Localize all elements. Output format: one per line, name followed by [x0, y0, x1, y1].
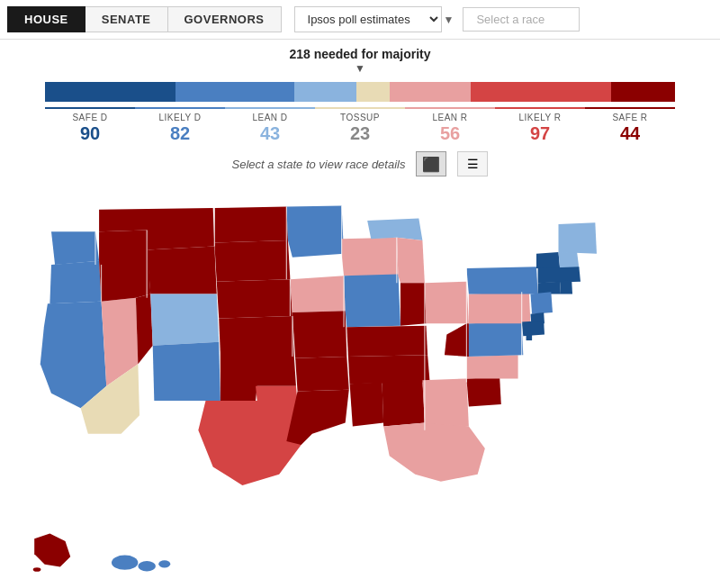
hi-1[interactable]	[112, 556, 138, 570]
ut-state[interactable]	[136, 294, 153, 365]
hi-2[interactable]	[138, 561, 156, 571]
or-state[interactable]	[50, 261, 101, 303]
category-count: 82	[135, 123, 225, 144]
sd-state[interactable]	[214, 240, 290, 282]
category-label: SAFE R	[585, 113, 675, 122]
ma-state[interactable]	[538, 267, 580, 283]
color-bar-segment	[356, 82, 390, 102]
wy-state[interactable]	[147, 247, 217, 294]
nm-state[interactable]	[153, 342, 220, 401]
category-count: 90	[45, 123, 135, 144]
tx-state[interactable]	[198, 386, 301, 485]
category-item-safe_d: SAFE D90	[45, 107, 135, 144]
majority-label: 218 needed for majority	[0, 47, 720, 61]
category-item-lean_d: LEAN D43	[225, 107, 315, 144]
nj-state[interactable]	[530, 292, 553, 314]
al-state[interactable]	[382, 380, 425, 426]
majority-arrow: ▼	[0, 62, 720, 75]
wa-state[interactable]	[51, 231, 99, 265]
tab-senate[interactable]: SENATE	[86, 6, 168, 32]
category-label: LEAN R	[405, 113, 495, 122]
mi-lower[interactable]	[397, 238, 425, 284]
color-bar-segment	[471, 82, 611, 102]
ky-state[interactable]	[346, 326, 428, 357]
ks-state[interactable]	[219, 316, 293, 353]
category-item-likely_r: LIKELY R97	[495, 107, 585, 144]
ak-aleutian[interactable]	[33, 567, 41, 572]
ia-state[interactable]	[290, 276, 345, 312]
sc-state[interactable]	[466, 377, 500, 407]
category-count: 56	[405, 123, 495, 144]
category-item-tossup: TOSSUP23	[315, 107, 405, 144]
list-view-button[interactable]: ☰	[457, 151, 488, 176]
fl-state[interactable]	[383, 423, 485, 482]
color-bar	[45, 82, 675, 102]
ga-state[interactable]	[422, 379, 468, 430]
ca-state[interactable]	[40, 302, 107, 408]
mi-upper[interactable]	[367, 218, 422, 240]
category-count: 43	[225, 123, 315, 144]
category-count: 97	[495, 123, 585, 144]
dc[interactable]	[526, 335, 533, 341]
vt-state[interactable]	[536, 252, 560, 268]
nh-state[interactable]	[559, 250, 580, 268]
us-map[interactable]	[0, 180, 720, 588]
category-label: SAFE D	[45, 113, 135, 122]
mo-state[interactable]	[292, 311, 346, 357]
map-view-button[interactable]: ⬛	[416, 151, 446, 176]
poll-select[interactable]: Ipsos poll estimates Cook Political Repo…	[294, 6, 442, 32]
map-controls: Select a state to view race details ⬛ ☰	[0, 151, 720, 176]
co-state[interactable]	[150, 294, 219, 346]
nc-state[interactable]	[466, 355, 518, 378]
ar-state[interactable]	[295, 357, 349, 391]
category-row: SAFE D90LIKELY D82LEAN D43TOSSUP23LEAN R…	[45, 107, 675, 144]
color-bar-segment	[294, 82, 356, 102]
majority-section: 218 needed for majority ▼	[0, 40, 720, 78]
color-bar-segment	[390, 82, 471, 102]
category-item-lean_r: LEAN R56	[405, 107, 495, 144]
ms-state[interactable]	[350, 383, 384, 427]
ak-state[interactable]	[34, 533, 70, 566]
category-label: LIKELY R	[495, 113, 585, 122]
category-count: 23	[315, 123, 405, 144]
ne-state[interactable]	[217, 279, 292, 318]
map-hint: Select a state to view race details	[232, 158, 406, 171]
category-item-likely_d: LIKELY D82	[135, 107, 225, 144]
list-icon: ☰	[467, 157, 479, 171]
va-state[interactable]	[466, 322, 523, 357]
tab-governors[interactable]: GOVERNORS	[168, 6, 282, 32]
mn-state[interactable]	[286, 206, 344, 258]
race-select-button[interactable]: Select a race	[463, 7, 580, 32]
color-bar-segment	[45, 82, 176, 102]
header: HOUSE SENATE GOVERNORS Ipsos poll estima…	[0, 0, 720, 40]
in-state[interactable]	[400, 283, 427, 325]
tn-state[interactable]	[348, 355, 430, 384]
id-state[interactable]	[99, 231, 150, 302]
category-label: TOSSUP	[315, 113, 405, 122]
nd-state[interactable]	[214, 206, 288, 242]
category-label: LEAN D	[225, 113, 315, 122]
hi-3[interactable]	[158, 560, 170, 567]
color-bar-segment	[176, 82, 294, 102]
ny-state[interactable]	[466, 267, 537, 294]
me-state[interactable]	[559, 222, 597, 253]
category-count: 44	[585, 123, 675, 144]
map-container	[0, 180, 720, 588]
map-icon: ⬛	[422, 156, 440, 173]
wv-state[interactable]	[445, 323, 469, 357]
color-bar-segment	[611, 82, 675, 102]
tab-house[interactable]: HOUSE	[7, 6, 86, 32]
wi-state[interactable]	[342, 238, 399, 276]
ri-state[interactable]	[560, 280, 572, 294]
il-state[interactable]	[344, 275, 400, 328]
category-label: LIKELY D	[135, 113, 225, 122]
category-item-safe_r: SAFE R44	[585, 107, 675, 144]
md-state[interactable]	[522, 321, 544, 336]
oh-state[interactable]	[425, 282, 469, 324]
